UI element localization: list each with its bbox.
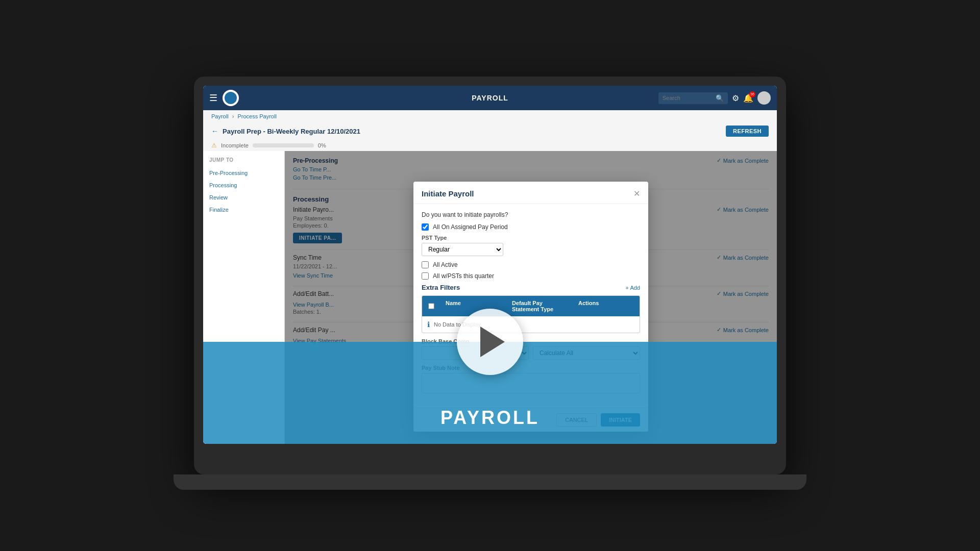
search-box[interactable]: 🔍 bbox=[658, 92, 728, 104]
laptop-shell: ☰ PAYROLL 🔍 ⚙ 🔔 36 bbox=[194, 77, 786, 474]
nav-logo bbox=[223, 90, 239, 106]
checkbox-all-quarter-label: All w/PSTs this quarter bbox=[433, 272, 494, 280]
checkbox-all-quarter[interactable] bbox=[422, 272, 429, 280]
app-container: ☰ PAYROLL 🔍 ⚙ 🔔 36 bbox=[203, 86, 777, 444]
incomplete-bar: ⚠ Incomplete 0% bbox=[203, 140, 777, 151]
sidebar-item-processing[interactable]: Processing bbox=[203, 179, 284, 191]
th-checkbox bbox=[422, 296, 440, 316]
checkbox-all-active[interactable] bbox=[422, 261, 429, 268]
breadcrumb-payroll[interactable]: Payroll bbox=[211, 113, 229, 119]
pst-type-select[interactable]: Regular bbox=[422, 243, 503, 256]
modal-question: Do you want to initiate payrolls? bbox=[422, 211, 640, 218]
checkbox-all-active-label: All Active bbox=[433, 261, 458, 268]
hamburger-icon[interactable]: ☰ bbox=[209, 92, 217, 104]
add-filter-button[interactable]: + Add bbox=[626, 285, 640, 291]
app-title: PAYROLL bbox=[472, 94, 508, 102]
settings-icon[interactable]: ⚙ bbox=[732, 93, 739, 103]
search-input[interactable] bbox=[663, 95, 714, 101]
back-arrow-icon[interactable]: ← bbox=[211, 127, 218, 135]
play-button[interactable] bbox=[457, 309, 523, 375]
th-default-pay: Default Pay Statement Type bbox=[507, 296, 573, 316]
user-avatar[interactable] bbox=[757, 91, 771, 105]
page-title: Payroll Prep - Bi-Weekly Regular 12/10/2… bbox=[223, 128, 360, 135]
sidebar-item-finalize[interactable]: Finalize bbox=[203, 204, 284, 216]
checkbox-all-assigned[interactable] bbox=[422, 223, 429, 231]
search-icon: 🔍 bbox=[716, 94, 724, 102]
checkbox-all-assigned-label: All On Assigned Pay Period bbox=[433, 223, 508, 231]
video-overlay[interactable]: PAYROLL bbox=[203, 342, 777, 444]
checkbox-all-quarter-row: All w/PSTs this quarter bbox=[422, 272, 640, 280]
page-header: ← Payroll Prep - Bi-Weekly Regular 12/10… bbox=[203, 122, 777, 140]
modal-title: Initiate Payroll bbox=[422, 189, 474, 198]
status-label: Incomplete bbox=[221, 142, 249, 148]
pst-type-label: PST Type bbox=[422, 235, 640, 241]
checkbox-all-assigned-row: All On Assigned Pay Period bbox=[422, 223, 640, 231]
progress-track bbox=[253, 143, 314, 147]
breadcrumb: Payroll › Process Payroll bbox=[203, 110, 777, 122]
progress-percent: 0% bbox=[318, 142, 326, 148]
laptop-screen: ☰ PAYROLL 🔍 ⚙ 🔔 36 bbox=[203, 86, 777, 444]
sidebar-item-review[interactable]: Review bbox=[203, 191, 284, 204]
filters-table: Name Default Pay Statement Type Actions … bbox=[422, 295, 640, 333]
pst-type-group: PST Type Regular bbox=[422, 235, 640, 256]
refresh-button[interactable]: REFRESH bbox=[726, 126, 769, 137]
checkbox-all-active-row: All Active bbox=[422, 261, 640, 268]
th-actions: Actions bbox=[573, 296, 640, 316]
warning-icon: ⚠ bbox=[211, 142, 217, 149]
sidebar-item-pre-processing[interactable]: Pre-Processing bbox=[203, 167, 284, 179]
table-header: Name Default Pay Statement Type Actions bbox=[422, 296, 640, 316]
jump-to-label: JUMP TO bbox=[203, 157, 284, 167]
play-triangle-icon bbox=[480, 327, 505, 357]
info-icon: ℹ bbox=[427, 320, 430, 329]
notification-badge: 36 bbox=[749, 91, 755, 97]
top-nav: ☰ PAYROLL 🔍 ⚙ 🔔 36 bbox=[203, 86, 777, 110]
laptop-base bbox=[174, 474, 806, 490]
video-title: PAYROLL bbox=[440, 407, 540, 429]
breadcrumb-sep: › bbox=[232, 113, 234, 119]
extra-filters-label: Extra Filters bbox=[422, 284, 460, 291]
modal-close-button[interactable]: ✕ bbox=[633, 189, 640, 198]
extra-filters-header: Extra Filters + Add bbox=[422, 284, 640, 291]
table-select-all[interactable] bbox=[428, 303, 434, 309]
table-empty-row: ℹ No Data to Display bbox=[422, 316, 640, 333]
nav-right: 🔍 ⚙ 🔔 36 bbox=[658, 91, 771, 105]
breadcrumb-process-payroll[interactable]: Process Payroll bbox=[237, 113, 276, 119]
modal-header: Initiate Payroll ✕ bbox=[413, 182, 648, 204]
notification-bell[interactable]: 🔔 36 bbox=[743, 93, 753, 103]
